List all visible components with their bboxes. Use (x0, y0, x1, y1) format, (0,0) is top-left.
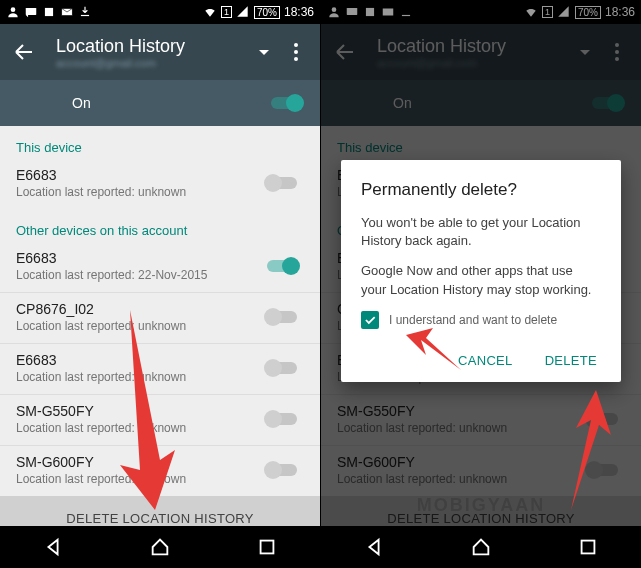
cancel-button[interactable]: CANCEL (454, 347, 517, 374)
wifi-icon (203, 5, 217, 19)
download-icon (78, 5, 92, 19)
device-switch[interactable] (264, 409, 300, 429)
svg-rect-17 (581, 541, 594, 554)
master-switch[interactable] (268, 93, 304, 113)
sim-indicator: 1 (221, 6, 232, 18)
device-switch[interactable] (264, 173, 300, 193)
device-row[interactable]: E6683Location last reported: unknown (0, 344, 320, 394)
svg-rect-1 (26, 8, 37, 15)
clock-text: 18:36 (284, 5, 314, 19)
device-row[interactable]: E6683Location last reported: unknown (0, 159, 320, 209)
app-bar: Location History account@gmail.com (0, 24, 320, 80)
check-icon (363, 313, 377, 327)
section-other-devices: Other devices on this account (0, 209, 320, 242)
dialog-title: Permanently delete? (361, 180, 601, 200)
svg-rect-8 (260, 541, 273, 554)
battery-text: 70% (254, 6, 280, 19)
checkbox-label: I understand and want to delete (389, 313, 557, 327)
device-row[interactable]: SM-G550FYLocation last reported: unknown (0, 395, 320, 445)
mail-icon (60, 5, 74, 19)
phone-right: 1 70% 18:36 Location History account@gma… (321, 0, 641, 568)
back-icon[interactable] (12, 40, 36, 64)
overflow-menu-icon[interactable] (284, 40, 308, 64)
navigation-bar (0, 526, 320, 568)
svg-point-5 (294, 43, 298, 47)
confirm-dialog: Permanently delete? You won't be able to… (341, 160, 621, 382)
master-toggle-row[interactable]: On (0, 80, 320, 126)
device-switch[interactable] (264, 256, 300, 276)
device-row[interactable]: CP8676_I02Location last reported: unknow… (0, 293, 320, 343)
dialog-overlay: Permanently delete? You won't be able to… (321, 0, 641, 568)
confirm-checkbox[interactable] (361, 311, 379, 329)
svg-point-7 (294, 57, 298, 61)
svg-point-6 (294, 50, 298, 54)
svg-rect-4 (81, 15, 89, 16)
nav-home-icon[interactable] (470, 536, 492, 558)
device-switch[interactable] (264, 460, 300, 480)
message-icon (24, 5, 38, 19)
person-icon (6, 5, 20, 19)
dialog-body-1: You won't be able to get your Location H… (361, 214, 601, 250)
nav-back-icon[interactable] (363, 536, 385, 558)
toggle-label: On (72, 95, 91, 111)
device-row[interactable]: E6683Location last reported: 22-Nov-2015 (0, 242, 320, 292)
status-bar: 1 70% 18:36 (0, 0, 320, 24)
notification-icon (42, 5, 56, 19)
device-row[interactable]: SM-G600FYLocation last reported: unknown (0, 446, 320, 496)
account-subtitle: account@gmail.com (56, 57, 244, 69)
nav-recent-icon[interactable] (577, 536, 599, 558)
signal-icon (236, 5, 250, 19)
phone-left: 1 70% 18:36 Location History account@gma… (0, 0, 320, 568)
dropdown-icon[interactable] (252, 40, 276, 64)
svg-rect-2 (45, 8, 53, 16)
svg-point-0 (11, 7, 16, 12)
confirm-checkbox-row[interactable]: I understand and want to delete (361, 311, 601, 329)
navigation-bar (321, 526, 641, 568)
nav-home-icon[interactable] (149, 536, 171, 558)
nav-recent-icon[interactable] (256, 536, 278, 558)
device-switch[interactable] (264, 307, 300, 327)
section-this-device: This device (0, 126, 320, 159)
dialog-body-2: Google Now and other apps that use your … (361, 262, 601, 298)
delete-button[interactable]: DELETE (541, 347, 601, 374)
device-switch[interactable] (264, 358, 300, 378)
page-title: Location History (56, 36, 244, 57)
nav-back-icon[interactable] (42, 536, 64, 558)
